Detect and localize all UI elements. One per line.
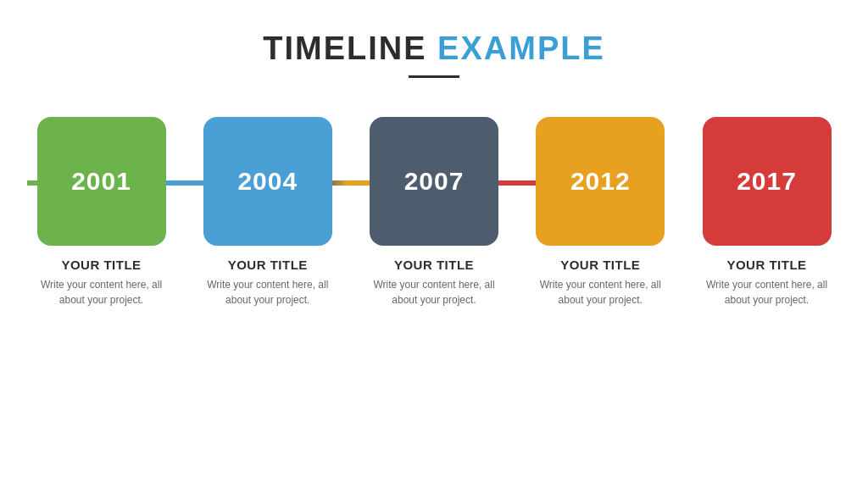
item-title-1: YOUR TITLE xyxy=(61,258,141,272)
item-title-5: YOUR TITLE xyxy=(726,258,806,272)
year-4: 2012 xyxy=(570,167,631,196)
item-title-4: YOUR TITLE xyxy=(560,258,640,272)
timeline-item-5: 2017 YOUR TITLE Write your content here,… xyxy=(693,117,841,308)
timeline-box-1: 2001 xyxy=(37,117,166,246)
item-desc-5: Write your content here, all about your … xyxy=(693,277,841,308)
year-5: 2017 xyxy=(737,167,797,196)
timeline-items-row: 2001 YOUR TITLE Write your content here,… xyxy=(27,117,841,308)
page-title: TIMELINE EXAMPLE xyxy=(263,30,605,67)
timeline-box-4: 2012 xyxy=(536,117,665,246)
title-part1: TIMELINE xyxy=(263,30,426,66)
year-2: 2004 xyxy=(237,167,298,196)
item-desc-4: Write your content here, all about your … xyxy=(526,277,675,308)
timeline-box-5: 2017 xyxy=(703,117,832,246)
title-part2: EXAMPLE xyxy=(437,30,605,66)
year-1: 2001 xyxy=(71,167,131,196)
timeline-container: 2001 YOUR TITLE Write your content here,… xyxy=(27,117,841,308)
timeline-box-3: 2007 xyxy=(370,117,498,246)
timeline-item-2: 2004 YOUR TITLE Write your content here,… xyxy=(193,117,342,308)
item-desc-1: Write your content here, all about your … xyxy=(27,277,175,308)
item-title-3: YOUR TITLE xyxy=(394,258,474,272)
item-desc-3: Write your content here, all about your … xyxy=(360,277,509,308)
item-desc-2: Write your content here, all about your … xyxy=(193,277,342,308)
timeline-item-1: 2001 YOUR TITLE Write your content here,… xyxy=(27,117,175,308)
title-divider xyxy=(409,75,459,78)
timeline-item-4: 2012 YOUR TITLE Write your content here,… xyxy=(526,117,675,308)
year-3: 2007 xyxy=(404,167,465,196)
timeline-item-3: 2007 YOUR TITLE Write your content here,… xyxy=(360,117,509,308)
item-title-2: YOUR TITLE xyxy=(228,258,308,272)
timeline-box-2: 2004 xyxy=(203,117,332,246)
page-header: TIMELINE EXAMPLE xyxy=(263,30,605,78)
